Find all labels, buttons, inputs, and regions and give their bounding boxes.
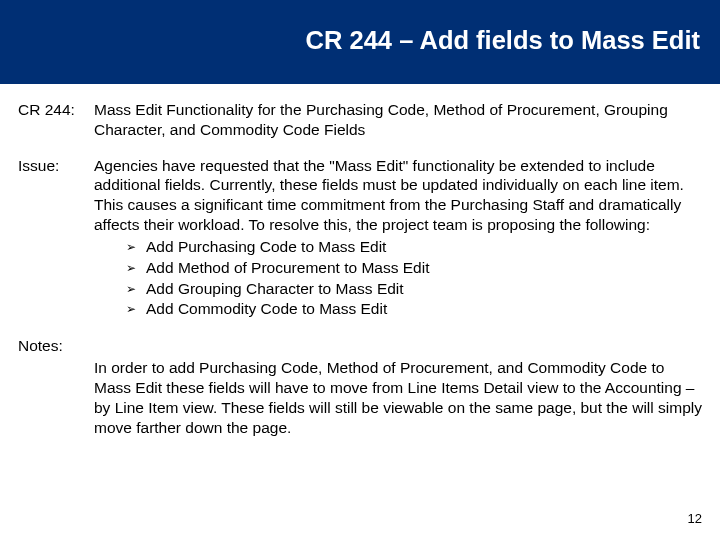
cr-row: CR 244: Mass Edit Functionality for the … bbox=[18, 100, 702, 140]
notes-row: Notes: bbox=[18, 336, 702, 356]
notes-body: In order to add Purchasing Code, Method … bbox=[94, 358, 702, 437]
slide: CR 244 – Add fields to Mass Edit CR 244:… bbox=[0, 0, 720, 540]
notes-body-row: In order to add Purchasing Code, Method … bbox=[18, 358, 702, 437]
issue-body: Agencies have requested that the "Mass E… bbox=[94, 157, 684, 233]
list-item: Add Method of Procurement to Mass Edit bbox=[126, 258, 702, 278]
issue-row: Issue: Agencies have requested that the … bbox=[18, 156, 702, 321]
cr-label: CR 244: bbox=[18, 100, 94, 120]
slide-title: CR 244 – Add fields to Mass Edit bbox=[306, 26, 700, 54]
bullet-text: Add Method of Procurement to Mass Edit bbox=[146, 259, 429, 276]
issue-label: Issue: bbox=[18, 156, 94, 176]
bullet-text: Add Commodity Code to Mass Edit bbox=[146, 300, 387, 317]
issue-bullet-list: Add Purchasing Code to Mass Edit Add Met… bbox=[94, 237, 702, 319]
issue-body-col: Agencies have requested that the "Mass E… bbox=[94, 156, 702, 321]
slide-title-bar: CR 244 – Add fields to Mass Edit bbox=[0, 0, 720, 86]
bullet-text: Add Grouping Character to Mass Edit bbox=[146, 280, 404, 297]
cr-body: Mass Edit Functionality for the Purchasi… bbox=[94, 100, 702, 140]
notes-label: Notes: bbox=[18, 336, 94, 356]
list-item: Add Commodity Code to Mass Edit bbox=[126, 299, 702, 319]
page-number: 12 bbox=[688, 511, 702, 526]
list-item: Add Purchasing Code to Mass Edit bbox=[126, 237, 702, 257]
list-item: Add Grouping Character to Mass Edit bbox=[126, 279, 702, 299]
bullet-text: Add Purchasing Code to Mass Edit bbox=[146, 238, 386, 255]
slide-content: CR 244: Mass Edit Functionality for the … bbox=[0, 86, 720, 437]
